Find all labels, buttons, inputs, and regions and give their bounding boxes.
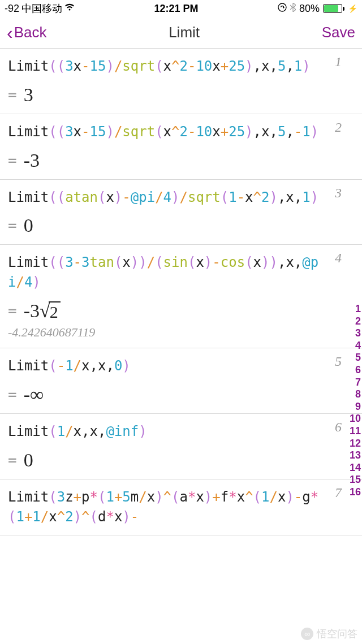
status-left: -92 中国移动 xyxy=(5,2,75,15)
status-bar: -92 中国移动 12:21 PM 80% ⚡ xyxy=(0,0,362,17)
index-entry[interactable]: 12 xyxy=(350,438,361,450)
index-entry[interactable]: 13 xyxy=(350,449,361,462)
index-entry[interactable]: 15 xyxy=(350,474,361,486)
equals-sign: = xyxy=(8,386,17,403)
index-entry[interactable]: 10 xyxy=(350,413,361,425)
result-value: -3 xyxy=(24,150,40,171)
item-number: 5 xyxy=(335,354,342,369)
equals-sign: = xyxy=(8,302,17,319)
index-entry[interactable]: 2 xyxy=(350,315,361,328)
signal-strength: -92 xyxy=(5,3,19,15)
limit-item[interactable]: 5Limit(-1/x,x,0)=-∞ xyxy=(0,348,362,414)
expression: Limit(3z+p*(1+5m/x)^(a*x)+f*x^(1/x)-g*(1… xyxy=(8,487,335,527)
limit-item[interactable]: 1Limit((3x-15)/sqrt(x^2-10x+25),x,5,1)=3 xyxy=(0,49,362,114)
content-list: 1Limit((3x-15)/sqrt(x^2-10x+25),x,5,1)=3… xyxy=(0,49,362,535)
result-value: -∞ xyxy=(24,384,44,405)
page-title: Limit xyxy=(169,24,200,41)
expression: Limit((3x-15)/sqrt(x^2-10x+25),x,5,-1) xyxy=(8,122,335,142)
item-number: 7 xyxy=(335,485,342,500)
index-entry[interactable]: 4 xyxy=(350,340,361,352)
nav-bar: ‹ Back Limit Save xyxy=(0,17,362,49)
expression: Limit(-1/x,x,0) xyxy=(8,356,335,376)
limit-item[interactable]: 2Limit((3x-15)/sqrt(x^2-10x+25),x,5,-1)=… xyxy=(0,114,362,180)
charging-icon: ⚡ xyxy=(348,4,357,13)
item-number: 1 xyxy=(335,54,342,70)
index-entry[interactable]: 1 xyxy=(350,303,361,315)
item-number: 2 xyxy=(335,120,342,135)
wifi-icon xyxy=(64,3,75,14)
back-label: Back xyxy=(14,24,47,41)
watermark: ∞ 悟空问答 xyxy=(301,627,357,641)
side-index[interactable]: 12345678910111213141516 xyxy=(350,303,361,499)
result-value: 3 xyxy=(24,84,33,106)
status-time: 12:21 PM xyxy=(154,3,198,15)
item-number: 6 xyxy=(335,420,342,435)
save-button[interactable]: Save xyxy=(322,24,355,41)
index-entry[interactable]: 11 xyxy=(350,425,361,438)
watermark-logo-icon: ∞ xyxy=(301,628,313,640)
index-entry[interactable]: 14 xyxy=(350,462,361,474)
bluetooth-icon xyxy=(290,3,296,15)
chevron-left-icon: ‹ xyxy=(7,24,13,42)
limit-item[interactable]: 4Limit((3-3tan(x))/(sin(x)-cos(x)),x,@pi… xyxy=(0,245,362,348)
result-value: 0 xyxy=(24,449,33,471)
index-entry[interactable]: 6 xyxy=(350,364,361,377)
back-button[interactable]: ‹ Back xyxy=(7,24,46,42)
index-entry[interactable]: 3 xyxy=(350,327,361,340)
expression: Limit((3-3tan(x))/(sin(x)-cos(x)),x,@pi/… xyxy=(8,253,335,292)
watermark-text: 悟空问答 xyxy=(317,627,357,641)
result-row: =3 xyxy=(8,84,335,106)
item-number: 4 xyxy=(335,250,342,266)
limit-item[interactable]: 6Limit(1/x,x,@inf)=0 xyxy=(0,414,362,479)
expression: Limit((3x-15)/sqrt(x^2-10x+25),x,5,1) xyxy=(8,57,335,76)
rotation-lock-icon xyxy=(278,3,287,15)
result-value: 0 xyxy=(24,215,33,236)
equals-sign: = xyxy=(8,217,17,234)
index-entry[interactable]: 16 xyxy=(350,486,361,499)
result-row: =0 xyxy=(8,215,335,236)
equals-sign: = xyxy=(8,87,17,103)
status-right: 80% ⚡ xyxy=(278,3,357,15)
result-row: =0 xyxy=(8,449,335,471)
index-entry[interactable]: 9 xyxy=(350,401,361,413)
equals-sign: = xyxy=(8,152,17,169)
equals-sign: = xyxy=(8,452,17,469)
result-row: =-3 xyxy=(8,150,335,171)
item-number: 3 xyxy=(335,185,342,201)
carrier-name: 中国移动 xyxy=(21,2,62,15)
result-row: =-3√2 xyxy=(8,300,335,322)
limit-item[interactable]: 3Limit((atan(x)-@pi/4)/sqrt(1-x^2),x,1)=… xyxy=(0,180,362,245)
result-value: -3√2 xyxy=(24,300,61,322)
result-row: =-∞ xyxy=(8,384,335,405)
approx-value: -4.242640687119 xyxy=(8,325,335,340)
index-entry[interactable]: 5 xyxy=(350,352,361,364)
limit-item[interactable]: 7Limit(3z+p*(1+5m/x)^(a*x)+f*x^(1/x)-g*(… xyxy=(0,479,362,535)
index-entry[interactable]: 8 xyxy=(350,388,361,401)
expression: Limit((atan(x)-@pi/4)/sqrt(1-x^2),x,1) xyxy=(8,188,335,208)
svg-point-0 xyxy=(278,3,286,11)
battery-icon xyxy=(323,4,344,13)
index-entry[interactable]: 7 xyxy=(350,377,361,389)
expression: Limit(1/x,x,@inf) xyxy=(8,422,335,442)
battery-percent: 80% xyxy=(299,3,320,15)
